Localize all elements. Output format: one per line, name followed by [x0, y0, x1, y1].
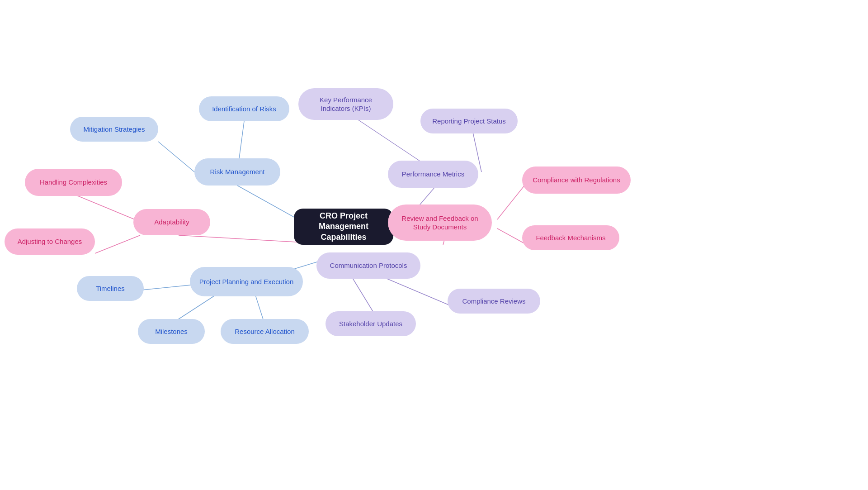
identification-of-risks-node: Identification of Risks [199, 96, 289, 121]
communication-protocols-node: Communication Protocols [316, 252, 420, 279]
adaptability-node: Adaptability [133, 209, 210, 235]
feedback-mechanisms-node: Feedback Mechanisms [522, 225, 619, 250]
svg-line-9 [95, 235, 140, 253]
kpis-node: Key Performance Indicators (KPIs) [298, 88, 393, 120]
svg-line-16 [497, 228, 524, 243]
review-feedback-node: Review and Feedback on Study Documents [388, 205, 492, 241]
reporting-project-status-node: Reporting Project Status [420, 109, 518, 133]
performance-metrics-node: Performance Metrics [388, 161, 478, 188]
compliance-reviews-node: Compliance Reviews [448, 289, 540, 314]
risk-management-node: Risk Management [194, 158, 280, 186]
svg-line-7 [158, 142, 194, 172]
adjusting-to-changes-node: Adjusting to Changes [5, 228, 95, 255]
timelines-node: Timelines [77, 276, 144, 301]
stakeholder-updates-node: Stakeholder Updates [326, 311, 416, 336]
project-planning-node: Project Planning and Execution [190, 267, 303, 296]
milestones-node: Milestones [138, 319, 205, 344]
handling-complexities-node: Handling Complexities [25, 169, 122, 196]
resource-allocation-node: Resource Allocation [221, 319, 309, 344]
mitigation-strategies-node: Mitigation Strategies [70, 117, 158, 142]
compliance-regulations-node: Compliance with Regulations [522, 167, 631, 194]
center-node: CRO Project Management Capabilities [294, 209, 393, 245]
svg-line-8 [75, 195, 140, 222]
svg-line-15 [497, 186, 524, 219]
